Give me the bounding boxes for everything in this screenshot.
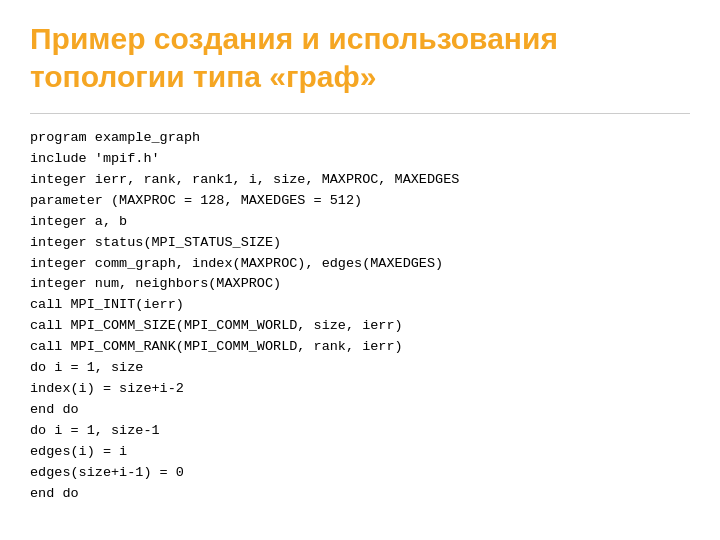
page-title: Пример создания и использования топологи…	[30, 20, 690, 95]
divider	[30, 113, 690, 114]
page-container: Пример создания и использования топологи…	[0, 0, 720, 540]
code-block: program example_graph include 'mpif.h' i…	[30, 128, 690, 505]
